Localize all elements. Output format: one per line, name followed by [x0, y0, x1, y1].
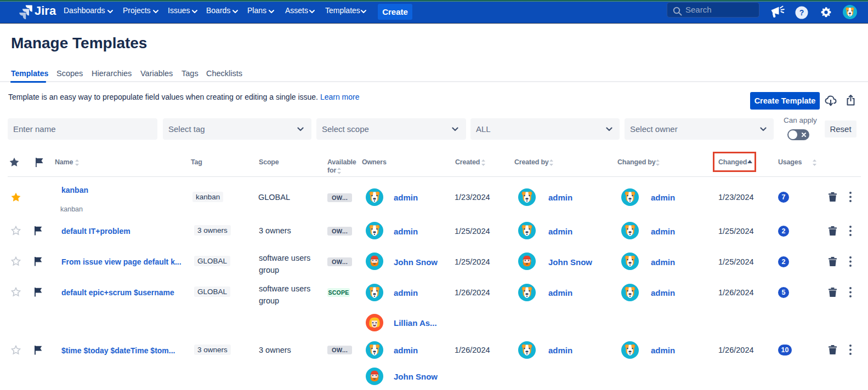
svg-text:?: ? [799, 8, 804, 17]
